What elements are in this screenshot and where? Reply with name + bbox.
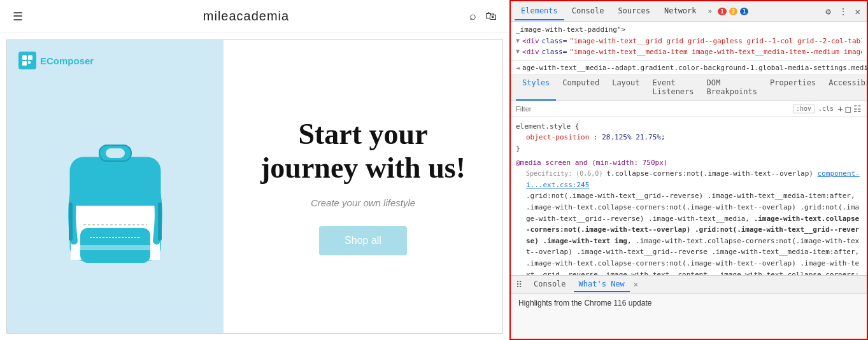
devtools-subtabs: Styles Computed Layout Event Listeners D… — [511, 75, 867, 101]
more-options-icon[interactable]: ⋮ — [836, 4, 850, 19]
site-header: ☰ mileacademia ⌕ 🛍 — [0, 0, 509, 33]
filter-bar: :hov .cls + □ ☷ — [511, 101, 867, 117]
devtools-topbar: Elements Console Sources Network » 1 3 1… — [511, 1, 867, 22]
error-badge: 1 — [718, 8, 726, 15]
cart-icon[interactable]: 🛍 — [485, 10, 497, 23]
whats-new-tab[interactable]: What's New — [574, 277, 630, 292]
svg-rect-2 — [22, 61, 27, 66]
html-line-1: _image-with-text-padding"> — [516, 24, 862, 36]
bottom-drag-handle: ⠿ — [516, 280, 522, 290]
bottom-highlights-text: Highlights from the Chrome 116 update — [518, 299, 651, 308]
dom-breakpoints-subtab[interactable]: DOM Breakpoints — [701, 75, 764, 101]
layout-subtab[interactable]: Layout — [606, 75, 646, 101]
sources-tab[interactable]: Sources — [611, 3, 657, 20]
svg-rect-17 — [158, 202, 162, 241]
search-icon[interactable]: ⌕ — [469, 10, 476, 23]
css-filter-input[interactable] — [516, 105, 789, 113]
inspect-icon[interactable]: □ — [846, 104, 851, 114]
shop-all-button[interactable]: Shop all — [319, 226, 407, 255]
element-style-block: element.style { object-position : 28.125… — [516, 121, 862, 155]
toggle-device-icon[interactable]: ☷ — [853, 104, 862, 114]
site-main: EComposer — [6, 39, 503, 334]
accessibility-subtab[interactable]: Accessibility — [822, 75, 868, 101]
text-section: Start your journey with us! Create your … — [224, 40, 502, 333]
info-badge: 1 — [740, 8, 748, 15]
hov-filter-button[interactable]: :hov — [793, 104, 815, 113]
website-panel: ☰ mileacademia ⌕ 🛍 EComposer — [0, 0, 509, 340]
html-line-3: ▼ <div class= "image-with-text__media-it… — [516, 46, 862, 58]
logo-text: EComposer — [40, 55, 94, 66]
devtools-toolbar-right: ⚙ ⋮ ✕ — [823, 4, 863, 19]
svg-rect-0 — [22, 55, 27, 60]
properties-subtab[interactable]: Properties — [764, 75, 822, 101]
expand-arrow-1[interactable]: ▼ — [516, 36, 520, 46]
filter-icons-group: + □ ☷ — [837, 104, 862, 114]
css-rules-area: element.style { object-position : 28.125… — [511, 117, 867, 275]
devtools-panel: Elements Console Sources Network » 1 3 1… — [509, 0, 868, 340]
event-listeners-subtab[interactable]: Event Listeners — [646, 75, 701, 101]
selected-element-text: age-with-text__media--adapt.gradient.col… — [522, 64, 867, 72]
svg-rect-16 — [69, 202, 73, 241]
network-tab[interactable]: Network — [658, 3, 703, 20]
html-line-2: ▼ <div class= "image-with-text__grid gri… — [516, 36, 862, 47]
site-title: mileacademia — [203, 9, 289, 24]
computed-subtab[interactable]: Computed — [556, 75, 606, 101]
svg-rect-13 — [80, 245, 150, 250]
hero-subtitle: Create your own lifestyle — [311, 197, 415, 208]
settings-icon[interactable]: ⚙ — [823, 4, 833, 19]
image-section: EComposer — [7, 40, 224, 333]
bottom-content-area: Highlights from the Chrome 116 update — [511, 294, 867, 313]
sel-arrow[interactable]: ◄ — [516, 64, 520, 71]
console-bottom-tab[interactable]: Console — [529, 277, 571, 292]
svg-rect-3 — [28, 61, 31, 64]
elements-tab[interactable]: Elements — [515, 3, 564, 20]
svg-rect-15 — [106, 148, 125, 158]
hero-title: Start your journey with us! — [249, 118, 477, 185]
selected-element-bar: ◄ age-with-text__media--adapt.gradient.c… — [511, 61, 867, 75]
close-devtools-icon[interactable]: ✕ — [853, 4, 863, 19]
warning-badge: 3 — [729, 8, 737, 15]
cls-filter-button[interactable]: .cls — [818, 105, 834, 112]
close-whats-new-icon[interactable]: × — [634, 280, 638, 289]
expand-arrow-2[interactable]: ▼ — [516, 46, 520, 57]
media-rule-block: @media screen and (min-width: 750px) Spe… — [516, 157, 862, 275]
bottom-tabs-bar: ⠿ Console What's New × — [511, 276, 867, 294]
console-tab[interactable]: Console — [566, 3, 611, 20]
hamburger-icon[interactable]: ☰ — [13, 10, 23, 24]
bottom-panel: ⠿ Console What's New × Highlights from t… — [511, 275, 867, 339]
styles-subtab[interactable]: Styles — [516, 75, 556, 101]
devtools-html-area: _image-with-text-padding"> ▼ <div class=… — [511, 22, 867, 61]
svg-rect-1 — [28, 55, 32, 60]
ecomposer-logo: EComposer — [18, 52, 94, 69]
more-tabs-button[interactable]: » — [704, 4, 716, 18]
logo-icon — [18, 52, 36, 69]
backpack-image — [52, 113, 179, 279]
add-style-rule-icon[interactable]: + — [837, 104, 843, 114]
header-icons: ⌕ 🛍 — [469, 10, 497, 23]
